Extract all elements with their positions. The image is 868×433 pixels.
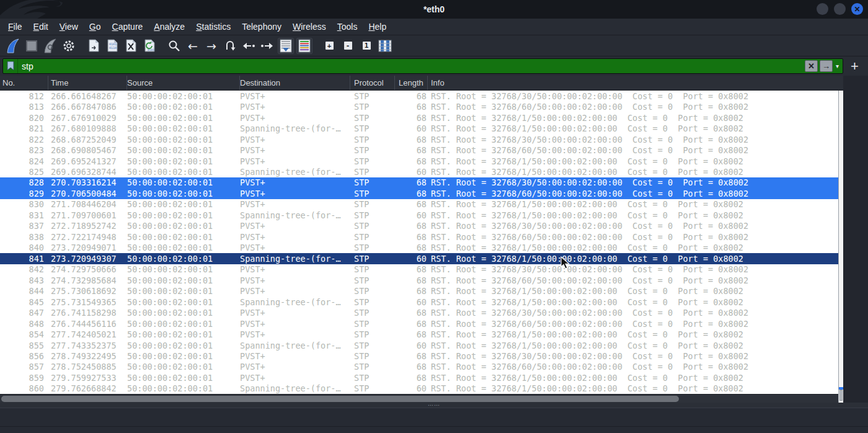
zoom-in-icon[interactable]: + — [321, 38, 337, 54]
table-row[interactable]: 860279.762668842 50:00:00:02:00:01Spanni… — [0, 383, 838, 394]
table-row[interactable]: 859279.759927533 50:00:00:02:00:01PVST+ … — [0, 372, 838, 383]
goto-packet-icon[interactable] — [222, 38, 238, 54]
cell-source: 50:00:00:02:00:01 — [127, 341, 240, 350]
table-row[interactable]: 857278.752450885 50:00:00:02:00:01PVST+ … — [0, 362, 838, 372]
horizontal-scrollbar-thumb[interactable] — [1, 396, 679, 402]
table-row[interactable]: 828270.703316214 50:00:00:02:00:01PVST+ … — [0, 177, 838, 188]
pane-splitter-handle[interactable]: ⋯⋯ — [0, 403, 868, 408]
menu-view[interactable]: View — [54, 19, 84, 34]
table-row[interactable]: 840273.720949071 50:00:00:02:00:01PVST+ … — [0, 243, 838, 253]
filter-add-button[interactable]: + — [851, 60, 859, 73]
table-row[interactable]: 842274.729750666 50:00:00:02:00:01PVST+ … — [0, 264, 838, 275]
table-row[interactable]: 813266.667847086 50:00:00:02:00:01PVST+ … — [0, 101, 838, 112]
cell-protocol: STP — [350, 167, 395, 177]
table-row[interactable]: 845275.731549365 50:00:00:02:00:01Spanni… — [0, 297, 838, 307]
cell-info: RST. Root = 32768/1/50:00:00:02:00:00 Co… — [428, 123, 838, 133]
cell-no: 854 — [0, 329, 48, 339]
menu-capture[interactable]: Capture — [107, 19, 149, 34]
cell-source: 50:00:00:02:00:01 — [127, 275, 240, 285]
table-row[interactable]: 825269.696328744 50:00:00:02:00:01Spanni… — [0, 166, 838, 177]
menu-file[interactable]: File — [2, 19, 28, 34]
cell-time: 267.680109888 — [48, 123, 127, 133]
table-row[interactable]: 841273.720949307 50:00:00:02:00:01Spanni… — [0, 253, 838, 264]
stop-capture-icon[interactable] — [24, 38, 40, 54]
go-back-icon[interactable]: ← — [185, 38, 201, 54]
title-bar[interactable]: *eth0 ✕ — [0, 0, 868, 19]
resize-columns-icon[interactable] — [377, 38, 393, 54]
filter-dropdown-icon[interactable]: ▾ — [835, 63, 843, 69]
cell-length: 68 — [395, 232, 428, 242]
menu-edit[interactable]: Edit — [28, 19, 54, 34]
table-row[interactable]: 837272.718952742 50:00:00:02:00:01PVST+ … — [0, 221, 838, 231]
cell-source: 50:00:00:02:00:01 — [127, 308, 240, 318]
restart-capture-icon[interactable] — [42, 38, 58, 54]
menu-statistics[interactable]: Statistics — [190, 19, 236, 34]
minimize-button[interactable] — [817, 3, 828, 15]
cell-length: 60 — [395, 210, 428, 220]
table-row[interactable]: 847276.741158298 50:00:00:02:00:01PVST+ … — [0, 307, 838, 318]
save-file-icon[interactable]: 01010110 — [104, 38, 120, 54]
zoom-out-icon[interactable]: - — [340, 38, 356, 54]
table-row[interactable]: 855277.743352375 50:00:00:02:00:01Spanni… — [0, 340, 838, 350]
table-row[interactable]: 856278.749322495 50:00:00:02:00:01PVST+ … — [0, 350, 838, 361]
column-header-length[interactable]: Length — [395, 76, 428, 90]
filter-clear-icon[interactable]: ✕ — [805, 60, 818, 72]
go-forward-icon[interactable]: → — [203, 38, 219, 54]
table-row[interactable]: 838272.722174948 50:00:00:02:00:01PVST+ … — [0, 231, 838, 242]
start-capture-icon[interactable] — [5, 38, 21, 54]
table-row[interactable]: 823268.690805467 50:00:00:02:00:01PVST+ … — [0, 145, 838, 155]
filter-apply-icon[interactable]: → — [820, 60, 833, 72]
table-row[interactable]: 820267.676910029 50:00:00:02:00:01PVST+ … — [0, 112, 838, 123]
filter-value: stp — [18, 61, 805, 71]
horizontal-scrollbar[interactable] — [0, 394, 838, 403]
cell-info: RST. Root = 32768/1/50:00:00:02:00:00 Co… — [428, 156, 838, 166]
vertical-scrollbar-thumb[interactable] — [839, 390, 843, 401]
cell-info: RST. Root = 32768/30/50:00:00:02:00:00 C… — [428, 308, 838, 318]
first-packet-icon[interactable] — [241, 38, 257, 54]
table-row[interactable]: 831271.709700601 50:00:00:02:00:01Spanni… — [0, 210, 838, 220]
filter-bookmark-icon[interactable] — [3, 59, 18, 73]
table-row[interactable]: 822268.687252049 50:00:00:02:00:01PVST+ … — [0, 134, 838, 145]
maximize-button[interactable] — [834, 3, 846, 15]
menu-help[interactable]: Help — [363, 19, 392, 34]
close-button[interactable]: ✕ — [851, 3, 863, 15]
cell-info: RST. Root = 32768/1/50:00:00:02:00:00 Co… — [428, 210, 838, 220]
display-filter-input[interactable]: stp ✕ → ▾ — [2, 58, 843, 74]
column-header-source[interactable]: Source — [127, 76, 240, 90]
column-header-protocol[interactable]: Protocol — [350, 76, 395, 90]
table-row[interactable]: 848276.744456116 50:00:00:02:00:01PVST+ … — [0, 318, 838, 329]
table-row[interactable]: 830271.708446204 50:00:00:02:00:01PVST+ … — [0, 199, 838, 210]
table-row[interactable]: 821267.680109888 50:00:00:02:00:01Spanni… — [0, 123, 838, 133]
reload-file-icon[interactable]: 0101 — [141, 38, 157, 54]
table-row[interactable]: 854277.742405021 50:00:00:02:00:01PVST+ … — [0, 329, 838, 339]
colorize-icon[interactable] — [296, 38, 312, 54]
normal-size-icon[interactable]: 1 — [358, 38, 374, 54]
packet-details-pane[interactable] — [0, 408, 868, 433]
cell-destination: PVST+ — [240, 275, 350, 285]
find-packet-icon[interactable] — [166, 38, 182, 54]
cell-length: 68 — [395, 319, 428, 329]
vertical-scrollbar[interactable] — [838, 91, 843, 403]
table-row[interactable]: 829270.706500484 50:00:00:02:00:01PVST+ … — [0, 188, 838, 199]
table-row[interactable]: 843274.732985684 50:00:00:02:00:01PVST+ … — [0, 275, 838, 285]
cell-source: 50:00:00:02:00:01 — [127, 232, 240, 242]
table-row[interactable]: 824269.695241327 50:00:00:02:00:01PVST+ … — [0, 156, 838, 166]
menu-go[interactable]: Go — [84, 19, 107, 34]
column-header-no[interactable]: No. — [0, 76, 48, 90]
column-header-time[interactable]: Time — [48, 76, 127, 90]
last-packet-icon[interactable] — [259, 38, 275, 54]
menu-analyze[interactable]: Analyze — [148, 19, 190, 34]
auto-scroll-icon[interactable] — [278, 38, 294, 54]
table-row[interactable]: 812266.661648267 50:00:00:02:00:01PVST+ … — [0, 91, 838, 101]
menu-telephony[interactable]: Telephony — [236, 19, 287, 34]
menu-wireless[interactable]: Wireless — [287, 19, 332, 34]
capture-options-icon[interactable] — [61, 38, 77, 54]
menu-tools[interactable]: Tools — [332, 19, 363, 34]
column-header-destination[interactable]: Destination — [240, 76, 350, 90]
cell-time: 279.762668842 — [48, 383, 127, 393]
close-file-icon[interactable] — [123, 38, 139, 54]
table-row[interactable]: 844275.730618692 50:00:00:02:00:01PVST+ … — [0, 285, 838, 296]
column-header-info[interactable]: Info — [428, 76, 843, 90]
open-file-icon[interactable] — [86, 38, 102, 54]
cell-info: RST. Root = 32768/1/50:00:00:02:00:00 Co… — [428, 286, 838, 296]
